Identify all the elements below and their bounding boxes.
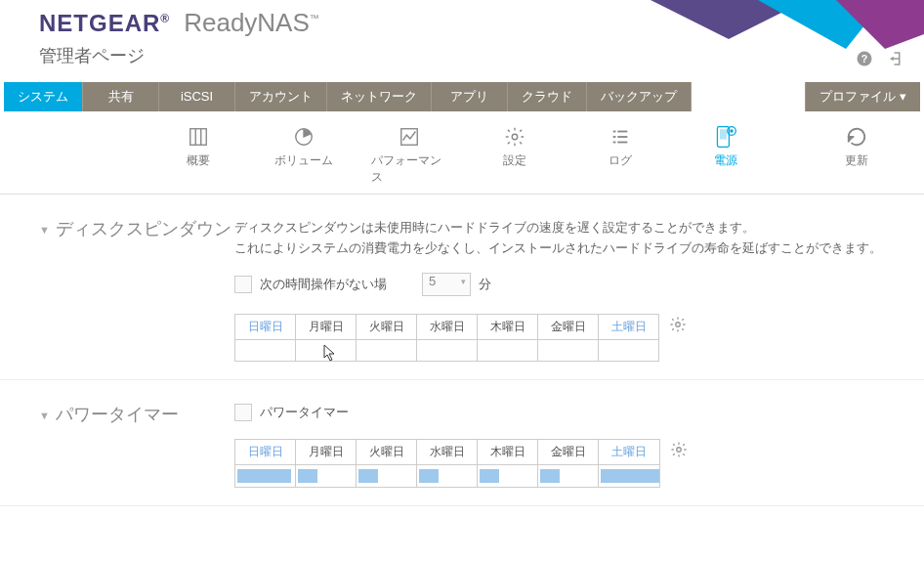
subnav-label: 概要 — [187, 152, 210, 169]
nav-network[interactable]: ネットワーク — [327, 82, 432, 111]
day-thu[interactable]: 木曜日 — [478, 314, 538, 339]
subnav-label: 更新 — [845, 152, 868, 169]
day-fri[interactable]: 金曜日 — [538, 439, 599, 464]
day-wed[interactable]: 水曜日 — [417, 314, 478, 339]
section-title: パワータイマー — [56, 404, 179, 426]
svg-rect-15 — [613, 142, 616, 144]
overview-icon — [188, 125, 209, 149]
section-spindown: ▼ ディスクスピンダウン ディスクスピンダウンは未使用時にハードドライブの速度を… — [0, 195, 924, 380]
spindown-checkbox-label: 次の時間操作がない場 — [260, 276, 387, 293]
nav-iscsi[interactable]: iSCSI — [159, 82, 235, 111]
day-slot[interactable] — [538, 339, 599, 361]
nav-profile[interactable]: プロファイル ▾ — [805, 82, 920, 111]
day-slot[interactable] — [357, 339, 417, 361]
svg-rect-13 — [613, 136, 616, 138]
day-slot[interactable] — [417, 464, 478, 487]
collapse-icon[interactable]: ▼ — [39, 224, 50, 236]
powertimer-day-table: 日曜日 月曜日 火曜日 水曜日 木曜日 金曜日 土曜日 — [234, 439, 660, 488]
day-fri[interactable]: 金曜日 — [538, 314, 599, 339]
day-thu[interactable]: 木曜日 — [478, 439, 538, 464]
svg-rect-5 — [190, 129, 207, 146]
subnav-label: パフォーマンス — [371, 152, 447, 186]
subnav-label: ボリューム — [274, 152, 333, 169]
day-sun[interactable]: 日曜日 — [235, 314, 296, 339]
spindown-description: ディスクスピンダウンは未使用時にハードドライブの速度を遅く設定することができます… — [234, 218, 895, 259]
day-sat[interactable]: 土曜日 — [599, 439, 660, 464]
day-sun[interactable]: 日曜日 — [235, 439, 296, 464]
subnav-label: ログ — [609, 152, 632, 169]
section-title: ディスクスピンダウン — [56, 218, 231, 240]
sub-nav: 概要 ボリューム パフォーマンス 設定 ログ 電源 更新 — [0, 111, 924, 195]
subnav-settings[interactable]: 設定 — [477, 125, 553, 186]
svg-rect-14 — [617, 136, 627, 138]
product-name: ReadyNAS™ — [184, 8, 319, 38]
subnav-performance[interactable]: パフォーマンス — [371, 125, 447, 186]
spindown-day-table: 日曜日 月曜日 火曜日 水曜日 木曜日 金曜日 土曜日 — [234, 314, 659, 362]
day-tue[interactable]: 火曜日 — [357, 314, 417, 339]
svg-point-21 — [676, 322, 681, 326]
svg-rect-16 — [617, 142, 627, 144]
header: NETGEAR® ReadyNAS™ 管理者ページ ? — [0, 0, 924, 78]
nav-system[interactable]: システム — [4, 82, 83, 111]
day-slot[interactable] — [599, 339, 659, 361]
subnav-volume[interactable]: ボリューム — [266, 125, 342, 186]
cursor-icon — [323, 344, 337, 362]
subnav-label: 設定 — [503, 152, 526, 169]
svg-text:?: ? — [861, 53, 867, 65]
collapse-icon[interactable]: ▼ — [39, 410, 50, 421]
main-nav: システム 共有 iSCSI アカウント ネットワーク アプリ クラウド バックア… — [4, 82, 920, 111]
powertimer-checkbox[interactable] — [234, 404, 252, 421]
section-powertimer: ▼ パワータイマー パワータイマー 日曜日 月曜日 火曜日 水曜日 木曜日 金曜… — [0, 380, 924, 506]
powertimer-settings-icon[interactable] — [670, 441, 688, 463]
spindown-checkbox[interactable] — [234, 276, 252, 293]
day-mon[interactable]: 月曜日 — [296, 439, 357, 464]
day-wed[interactable]: 水曜日 — [417, 439, 478, 464]
day-slot[interactable] — [235, 339, 296, 361]
day-slot[interactable] — [296, 464, 357, 487]
volume-icon — [293, 125, 315, 149]
nav-cloud[interactable]: クラウド — [508, 82, 587, 111]
help-icon[interactable]: ? — [856, 50, 873, 72]
spindown-settings-icon[interactable] — [669, 316, 687, 338]
performance-icon — [399, 125, 420, 149]
day-slot[interactable] — [357, 464, 417, 487]
nav-apps[interactable]: アプリ — [432, 82, 508, 111]
day-tue[interactable]: 火曜日 — [357, 439, 417, 464]
day-sat[interactable]: 土曜日 — [599, 314, 659, 339]
day-slot[interactable] — [599, 464, 660, 487]
day-mon[interactable]: 月曜日 — [296, 314, 357, 339]
refresh-icon — [846, 125, 867, 149]
brand-logo: NETGEAR® — [39, 10, 170, 37]
day-slot[interactable] — [235, 464, 296, 487]
nav-shares[interactable]: 共有 — [83, 82, 159, 111]
subnav-label: 電源 — [714, 152, 737, 169]
gear-icon — [504, 125, 525, 149]
subnav-refresh[interactable]: 更新 — [819, 125, 895, 169]
nav-account[interactable]: アカウント — [235, 82, 327, 111]
log-icon — [609, 125, 631, 149]
svg-point-20 — [730, 129, 733, 132]
nav-backup[interactable]: バックアップ — [587, 82, 692, 111]
svg-rect-12 — [617, 131, 627, 133]
day-slot[interactable] — [417, 339, 478, 361]
minutes-unit: 分 — [479, 276, 491, 293]
subnav-log[interactable]: ログ — [582, 125, 658, 186]
svg-rect-18 — [720, 129, 727, 139]
svg-rect-11 — [613, 131, 616, 133]
svg-point-10 — [512, 134, 518, 140]
day-slot[interactable] — [538, 464, 599, 487]
day-slot[interactable] — [478, 339, 538, 361]
day-slot[interactable] — [478, 464, 538, 487]
subnav-power[interactable]: 電源 — [688, 125, 764, 186]
svg-point-22 — [677, 447, 682, 452]
spindown-minutes-input[interactable]: 5 — [422, 273, 471, 296]
logout-icon[interactable] — [887, 50, 904, 72]
subnav-overview[interactable]: 概要 — [160, 125, 236, 186]
powertimer-checkbox-label: パワータイマー — [260, 404, 349, 421]
power-icon — [714, 125, 737, 149]
